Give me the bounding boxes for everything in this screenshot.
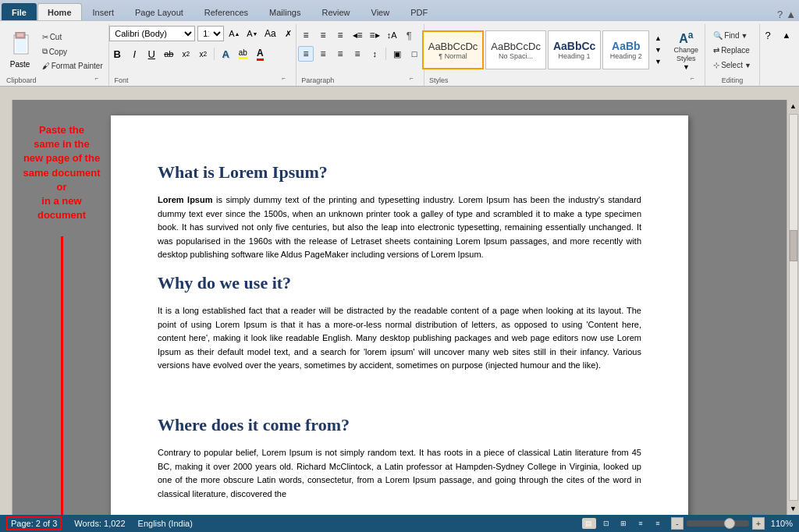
change-styles-button[interactable]: Aa ChangeStyles ▼ [665, 26, 707, 75]
text-effects-button[interactable]: A [218, 46, 233, 62]
align-right-button[interactable]: ≡ [332, 46, 348, 62]
find-button[interactable]: 🔍 Find ▼ [709, 29, 751, 42]
justify-button[interactable]: ≡ [350, 46, 365, 62]
copy-button[interactable]: ⧉ Copy [38, 44, 107, 59]
tab-review[interactable]: Review [311, 3, 360, 20]
annotation-line3: new page of the [23, 152, 100, 164]
subscript-button[interactable]: x2 [178, 46, 194, 62]
style-h1-item[interactable]: AaBbCc Heading 1 [548, 30, 601, 69]
annotation-line1: Paste the [39, 124, 84, 136]
style-normal-item[interactable]: AaBbCcDc ¶ Normal [422, 30, 485, 69]
heading-3: Where does it come from? [158, 415, 641, 435]
paragraph-3: Contrary to popular belief, Lorem Ipsum … [158, 446, 641, 501]
style-nospace-item[interactable]: AaBbCcDc No Spaci... [485, 30, 546, 69]
lorem-ipsum-bold: Lorem Ipsum [158, 195, 213, 204]
tab-file[interactable]: File [2, 3, 37, 20]
cut-button[interactable]: ✂ Cut [38, 30, 107, 44]
style-h2-label: Heading 2 [610, 52, 642, 60]
select-arrow: ▼ [744, 62, 751, 69]
styles-dialog-launcher[interactable]: ⌐ [691, 75, 700, 84]
help-icon[interactable]: ? [777, 9, 783, 20]
zoom-in-button[interactable]: + [752, 517, 765, 530]
paragraph-label: Paragraph [301, 75, 334, 84]
tab-references[interactable]: References [194, 3, 258, 20]
numbering-button[interactable]: ≡ [315, 27, 331, 43]
line-spacing-button[interactable]: ↕ [367, 46, 382, 62]
web-layout-button[interactable]: ⊞ [616, 518, 630, 529]
print-layout-button[interactable]: ▤ [582, 518, 596, 529]
tab-mailings[interactable]: Mailings [259, 3, 311, 20]
highlight-button[interactable]: ab [235, 46, 250, 62]
decrease-indent-button[interactable]: ◂≡ [350, 27, 365, 43]
styles-label: Styles [429, 75, 449, 84]
paste-button[interactable]: Paste [4, 28, 37, 73]
tab-home[interactable]: Home [37, 3, 82, 20]
find-arrow: ▼ [741, 32, 748, 40]
paste-icon [8, 32, 33, 60]
scroll-up-button[interactable]: ▲ [788, 101, 799, 112]
tab-view[interactable]: View [361, 3, 400, 20]
scroll-down-button[interactable]: ▼ [788, 503, 799, 514]
tab-pdf[interactable]: PDF [400, 3, 438, 20]
strikethrough-button[interactable]: ab [161, 46, 176, 62]
zoom-slider-thumb[interactable] [724, 518, 735, 529]
replace-button[interactable]: ⇄ Replace [709, 44, 754, 57]
sort-button[interactable]: ↕A [384, 27, 400, 43]
clipboard-group: Paste ✂ Cut ⧉ Copy 🖌 Format Painter [2, 24, 109, 86]
font-family-select[interactable]: Calibri (Body) [109, 26, 195, 41]
select-button[interactable]: ⊹ Select ▼ [709, 59, 755, 72]
font-size-select[interactable]: 11 [197, 26, 224, 41]
full-screen-button[interactable]: ⊡ [599, 518, 613, 529]
tab-insert[interactable]: Insert [83, 3, 125, 20]
outline-view-button[interactable]: ≡ [634, 518, 648, 529]
replace-icon: ⇄ [713, 46, 719, 55]
minimize-icon[interactable]: ▲ [786, 9, 796, 20]
style-normal-label: ¶ Normal [439, 52, 467, 60]
styles-scroll-up[interactable]: ▲ [652, 33, 663, 44]
align-left-button[interactable]: ≡ [298, 46, 314, 62]
style-h1-preview: AaBbCc [553, 40, 595, 52]
grow-font-button[interactable]: A▲ [226, 26, 242, 41]
bullets-button[interactable]: ≡ [298, 27, 314, 43]
annotation-line4: same document [23, 167, 101, 179]
center-button[interactable]: ≡ [315, 46, 331, 62]
font-dialog-launcher[interactable]: ⌐ [282, 75, 291, 84]
svg-rect-1 [16, 37, 27, 52]
style-normal-preview: AaBbCcDc [428, 41, 478, 52]
document-container[interactable]: Paste the same in the new page of the sa… [12, 100, 787, 515]
draft-view-button[interactable]: ≡ [651, 518, 665, 529]
help-ribbon-button[interactable]: ? [760, 27, 776, 43]
clipboard-label: Clipboard [6, 75, 37, 84]
styles-gallery: AaBbCcDc ¶ Normal AaBbCcDc No Spaci... A… [422, 26, 708, 75]
main-area: Paste the same in the new page of the sa… [0, 100, 799, 515]
font-color-button[interactable]: A [252, 46, 268, 62]
shading-button[interactable]: ▣ [389, 46, 405, 62]
change-case-button[interactable]: Aa [262, 26, 278, 41]
multilevel-button[interactable]: ≡ [332, 27, 348, 43]
bold-button[interactable]: B [109, 46, 125, 62]
increase-indent-button[interactable]: ≡▸ [367, 27, 382, 43]
zoom-slider[interactable] [687, 520, 749, 527]
scroll-thumb[interactable] [790, 230, 797, 261]
show-hide-button[interactable]: ¶ [401, 27, 417, 43]
format-painter-button[interactable]: 🖌 Format Painter [38, 59, 107, 73]
scroll-track[interactable] [789, 114, 798, 501]
paragraph-dialog-launcher[interactable]: ⌐ [410, 75, 419, 84]
clipboard-dialog-launcher[interactable]: ⌐ [94, 75, 104, 84]
styles-group: AaBbCcDc ¶ Normal AaBbCcDc No Spaci... A… [424, 24, 705, 86]
superscript-button[interactable]: x2 [195, 46, 211, 62]
minimize-ribbon-button[interactable]: ▲ [779, 27, 794, 43]
change-styles-label: ChangeStyles [674, 46, 699, 63]
style-h2-item[interactable]: AaBb Heading 2 [602, 30, 649, 69]
tab-page-layout[interactable]: Page Layout [125, 3, 194, 20]
styles-scroll-down[interactable]: ▼ [652, 44, 663, 55]
document-page: What is Lorem Ipsum? Lorem Ipsum is simp… [111, 115, 688, 515]
styles-more-button[interactable]: ▼ [652, 56, 663, 67]
italic-button[interactable]: I [126, 46, 142, 62]
borders-button[interactable]: □ [407, 46, 422, 62]
shrink-font-button[interactable]: A▼ [244, 26, 260, 41]
clear-format-button[interactable]: ✗ [280, 26, 296, 41]
underline-button[interactable]: U [144, 46, 159, 62]
zoom-out-button[interactable]: - [671, 517, 684, 530]
find-icon: 🔍 [713, 31, 723, 40]
